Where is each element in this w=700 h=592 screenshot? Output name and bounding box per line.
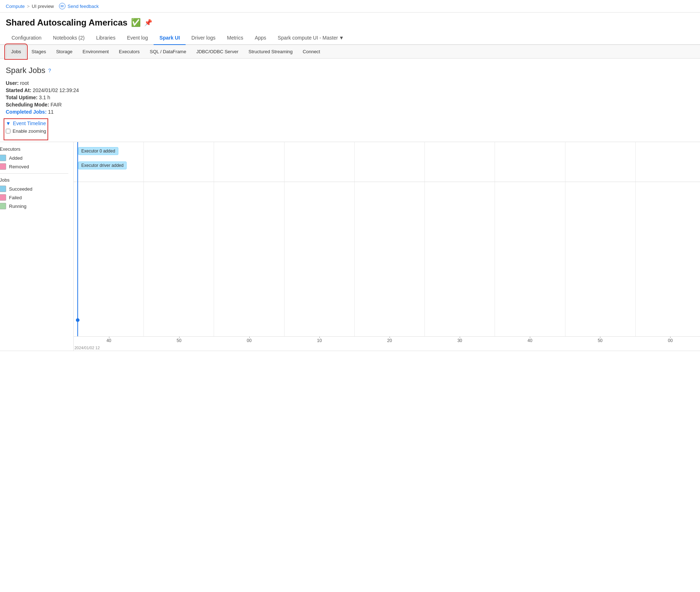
started-at-row: Started At: 2024/01/02 12:39:24 [6, 87, 694, 93]
timeline-chart: Executor 0 added Executor driver added 4… [74, 142, 700, 351]
grid-col-7 [495, 142, 565, 336]
breadcrumb-current: UI preview [32, 4, 54, 9]
spark-nav-jdbc-odbc[interactable]: JDBC/ODBC Server [191, 45, 244, 58]
legend-divider [0, 173, 68, 174]
executor-section-divider [74, 182, 700, 182]
time-label-40: 40 [74, 338, 144, 343]
legend-removed: Removed [0, 163, 68, 170]
send-feedback-button[interactable]: ✉ Send feedback [59, 3, 99, 9]
legend-running: Running [0, 203, 68, 209]
legend-running-box [0, 203, 6, 209]
grid-col-3 [214, 142, 284, 336]
tab-driver-logs[interactable]: Driver logs [186, 31, 221, 45]
legend-failed-box [0, 194, 6, 201]
spark-nav-sql-dataframe[interactable]: SQL / DataFrame [145, 45, 191, 58]
time-label-20: 20 [354, 338, 424, 343]
executors-legend-title: Executors [0, 146, 68, 152]
timeline-inner: Executors Added Removed Jobs Succeeded F… [0, 142, 700, 351]
legend-added-box [0, 155, 6, 161]
completed-jobs-row: Completed Jobs: 11 [6, 109, 694, 115]
spark-nav-executors[interactable]: Executors [114, 45, 145, 58]
tab-spark-compute-ui[interactable]: Spark compute UI - Master ▼ [272, 31, 350, 45]
time-label-30: 30 [425, 338, 495, 343]
grid-col-9 [636, 142, 700, 336]
spark-nav-bar: Jobs Stages Storage Environment Executor… [0, 45, 700, 59]
pin-icon[interactable]: 📌 [144, 19, 152, 27]
grid-col-4 [285, 142, 355, 336]
tab-configuration[interactable]: Configuration [6, 31, 47, 45]
scheduling-mode-row: Scheduling Mode: FAIR [6, 102, 694, 108]
legend-succeeded: Succeeded [0, 186, 68, 192]
tab-notebooks[interactable]: Notebooks (2) [47, 31, 90, 45]
grid-col-6 [425, 142, 495, 336]
tab-event-log[interactable]: Event log [121, 31, 154, 45]
timeline-legend: Executors Added Removed Jobs Succeeded F… [0, 142, 74, 351]
page-title-bar: Shared Autoscaling Americas ✅ 📌 [0, 13, 700, 31]
tab-libraries[interactable]: Libraries [90, 31, 121, 45]
spark-jobs-title: Spark Jobs ? [6, 66, 694, 75]
time-axis: 40 50 00 10 20 30 40 50 00 [74, 336, 700, 351]
tab-spark-ui[interactable]: Spark UI [154, 31, 186, 45]
grid-col-1 [74, 142, 144, 336]
time-label-40b: 40 [495, 338, 565, 343]
breadcrumb-bar: Compute > UI preview ✉ Send feedback [0, 0, 700, 13]
spark-nav-connect[interactable]: Connect [298, 45, 325, 58]
feedback-icon: ✉ [59, 3, 65, 9]
chevron-down-icon: ▼ [339, 35, 344, 41]
spark-nav-jobs[interactable]: Jobs [6, 45, 26, 58]
help-icon[interactable]: ? [48, 68, 51, 73]
legend-removed-box [0, 163, 6, 170]
legend-failed: Failed [0, 194, 68, 201]
breadcrumb-compute[interactable]: Compute [6, 4, 25, 9]
user-row: User: root [6, 80, 694, 86]
time-indicator-line [77, 142, 78, 336]
spark-nav-structured-streaming[interactable]: Structured Streaming [244, 45, 298, 58]
spark-jobs-info: User: root Started At: 2024/01/02 12:39:… [6, 80, 694, 115]
tab-metrics[interactable]: Metrics [221, 31, 249, 45]
main-content: Spark Jobs ? User: root Started At: 2024… [0, 59, 700, 140]
tab-apps[interactable]: Apps [249, 31, 272, 45]
page-title: Shared Autoscaling Americas [6, 18, 127, 28]
spark-nav-environment[interactable]: Environment [78, 45, 114, 58]
grid-col-2 [144, 142, 214, 336]
time-label-50b: 50 [565, 338, 635, 343]
time-date-sublabel: 2024/01/02 12 [74, 346, 100, 350]
spark-nav-storage[interactable]: Storage [51, 45, 78, 58]
total-uptime-row: Total Uptime: 3.1 h [6, 95, 694, 100]
executor-driver-added-badge: Executor driver added [78, 161, 127, 169]
breadcrumb-separator: > [27, 4, 30, 9]
grid-col-5 [355, 142, 425, 336]
top-tab-bar: Configuration Notebooks (2) Libraries Ev… [0, 31, 700, 45]
executor-0-added-badge: Executor 0 added [78, 147, 118, 155]
time-label-00b: 00 [635, 338, 700, 343]
enable-zooming-checkbox[interactable] [6, 129, 10, 133]
event-timeline-toggle[interactable]: ▼ Event Timeline [6, 120, 46, 126]
time-label-10: 10 [284, 338, 354, 343]
enable-zoom-row: Enable zooming [6, 128, 46, 134]
event-timeline-section: ▼ Event Timeline Enable zooming [6, 120, 46, 138]
chevron-down-icon: ▼ [6, 120, 11, 126]
grid-col-8 [565, 142, 636, 336]
time-label-00a: 00 [214, 338, 284, 343]
time-indicator-dot [76, 318, 79, 322]
legend-added: Added [0, 155, 68, 161]
timeline-container: Executors Added Removed Jobs Succeeded F… [0, 142, 700, 351]
time-label-50: 50 [144, 338, 214, 343]
status-active-icon: ✅ [131, 18, 141, 27]
legend-succeeded-box [0, 186, 6, 192]
timeline-grid [74, 142, 700, 336]
spark-nav-stages[interactable]: Stages [26, 45, 51, 58]
jobs-legend-title: Jobs [0, 177, 68, 183]
